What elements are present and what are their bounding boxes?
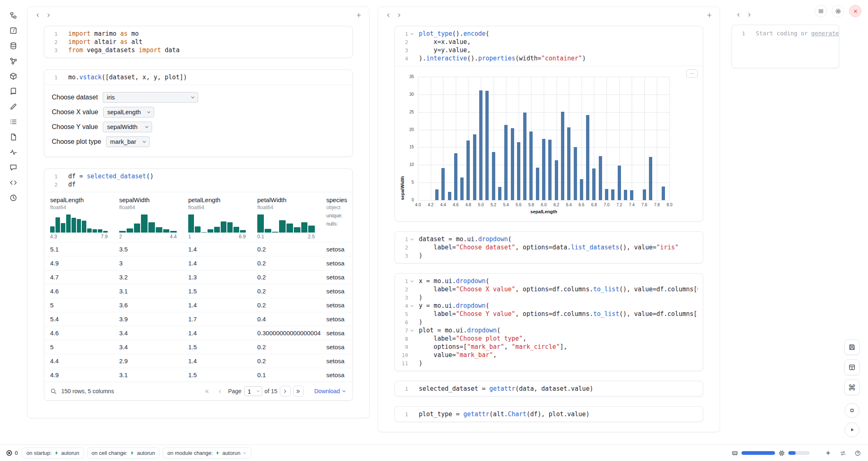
plot-type-dropdown[interactable]: mark_bar [106, 136, 150, 147]
column-name: species [326, 196, 346, 203]
cell-editor[interactable]: 123dataset = mo.ui.dropdown( label="Choo… [395, 232, 703, 263]
collapse-column-button[interactable] [32, 10, 43, 21]
x-tick-label: 6.8 [591, 203, 597, 207]
sidebar-variables-button[interactable]: f [6, 24, 20, 37]
column-max: 2.5 [308, 234, 315, 240]
x-value-dropdown[interactable]: sepalLength [103, 107, 154, 118]
sidebar-packages-button[interactable] [6, 70, 20, 82]
code-line: mo.vstack([dataset, x, y, plot]) [68, 73, 187, 81]
column-min: 2 [119, 234, 122, 240]
last-page-button[interactable] [293, 386, 304, 396]
collapse-column-button[interactable] [383, 10, 394, 21]
sidebar-code-snippets-button[interactable] [6, 176, 20, 189]
sidebar-outline-button[interactable] [6, 115, 20, 128]
line-number-gutter: 1234567891011 [395, 277, 415, 367]
chevron-down-icon [242, 451, 247, 455]
download-button[interactable]: Download [314, 388, 346, 394]
expand-column-button[interactable] [744, 9, 755, 20]
settings-button[interactable] [832, 5, 844, 17]
main: 123import marimo as moimport altair as a… [27, 7, 852, 432]
fold-toggle-icon[interactable] [409, 303, 415, 309]
cell-editor[interactable]: 1mo.vstack([dataset, x, y, plot]) [44, 70, 352, 85]
save-button[interactable] [844, 339, 860, 355]
histogram-bar [156, 227, 162, 233]
fold-toggle-icon[interactable] [409, 328, 415, 333]
first-page-button[interactable] [202, 386, 212, 396]
table-header-row: sepalLengthfloat644.37.9sepalWidthfloat6… [44, 192, 352, 242]
run-mode-button-1[interactable]: on cell change:autorun [87, 447, 160, 459]
fold-toggle-icon[interactable] [409, 279, 415, 284]
cell-editor[interactable]: 123import marimo as moimport altair as a… [44, 26, 352, 58]
ai-assistant-button[interactable] [824, 449, 833, 458]
notebook-menu-button[interactable] [815, 5, 827, 17]
chart-actions-button[interactable] [686, 69, 698, 78]
fold-toggle-icon[interactable] [409, 237, 415, 242]
sidebar-scratchpad-button[interactable] [6, 100, 20, 113]
interrupt-button[interactable] [845, 403, 859, 418]
sidebar-file-explorer-button[interactable] [6, 9, 20, 21]
chart-bar [542, 139, 545, 200]
add-cell-button[interactable] [353, 10, 364, 21]
next-page-button[interactable] [280, 386, 291, 396]
chart-bar [592, 168, 596, 200]
histogram-bar [170, 231, 177, 233]
fold-toggle-icon[interactable] [409, 31, 415, 37]
y-value-dropdown[interactable]: sepalWidth [103, 122, 152, 132]
code-line: label="Choose plot type", [419, 334, 698, 343]
run-mode-button-2[interactable]: on module change:autorun [163, 447, 252, 459]
statusbar: 0 on startup:autorunon cell change:autor… [0, 445, 868, 461]
sidebar-chat-button[interactable] [6, 161, 20, 173]
sidebar-dependencies-button[interactable] [6, 55, 20, 67]
cell-editor[interactable]: 12df = selected_dataset()df [44, 169, 352, 192]
shutdown-button[interactable] [849, 5, 861, 17]
chart-bar [649, 157, 652, 200]
panel-layout-button[interactable] [844, 360, 860, 375]
chart-plot[interactable] [418, 77, 669, 200]
run-all-button[interactable] [845, 422, 859, 437]
table-cell: 5 [44, 298, 113, 312]
cell-editor[interactable]: 1234567891011x = mo.ui.dropdown( label="… [395, 274, 703, 371]
sidebar-documentation-button[interactable] [6, 85, 20, 97]
sidebar-logs-button[interactable] [6, 146, 20, 158]
cell-editor[interactable]: 1234plot_type().encode( x=x.value, y=y.v… [395, 26, 703, 66]
generate-with-ai-link[interactable]: generate [811, 30, 839, 37]
line-number-gutter: 1 [395, 385, 415, 393]
previous-page-button[interactable] [215, 386, 226, 396]
histogram-bar [294, 227, 300, 233]
new-cell-editor[interactable]: 1 Start coding or generate with AI. [732, 25, 839, 68]
chart-bar [504, 125, 508, 200]
menu-icon [818, 8, 824, 14]
run-mode-button-0[interactable]: on startup:autorun [22, 447, 84, 459]
expand-column-button[interactable] [43, 10, 54, 21]
table-cell: 1.4 [182, 326, 252, 340]
line-number: 9 [405, 344, 408, 350]
chart-bar [624, 190, 627, 200]
sidebar-snippets-button[interactable] [6, 131, 20, 143]
chart-bar [643, 189, 646, 200]
collapse-column-button[interactable] [733, 9, 744, 20]
table-cell: 3.5 [113, 242, 182, 256]
altair-chart: 4.04.24.44.64.85.05.25.45.65.86.06.26.46… [395, 66, 703, 221]
page-select[interactable]: 1 [244, 386, 262, 396]
table-cell: 2.9 [113, 354, 182, 368]
cell-editor[interactable]: 1plot_type = getattr(alt.Chart(df), plot… [395, 407, 703, 422]
keyboard-shortcuts-button[interactable]: ⌘ [844, 380, 860, 395]
y-axis-title: sepalWidth [400, 77, 405, 200]
variables-icon: f [9, 27, 17, 35]
cpu-icon [778, 450, 785, 456]
x-tick-label: 7.6 [642, 203, 647, 207]
add-cell-button[interactable] [704, 10, 715, 21]
sidebar-recents-button[interactable] [6, 191, 20, 204]
error-indicator[interactable]: 0 [6, 449, 18, 456]
connection-button[interactable] [838, 449, 847, 458]
sidebar-data-sources-button[interactable] [6, 39, 20, 52]
cell-editor[interactable]: 1selected_dataset = getattr(data, datase… [395, 381, 703, 396]
run-mode-label: on module change: [167, 450, 213, 456]
line-number: 1 [742, 30, 745, 37]
dataset-dropdown[interactable]: iris [103, 92, 198, 103]
table-cell: setosa [321, 340, 352, 354]
search-icon[interactable] [50, 388, 57, 395]
page-of-label: of 15 [265, 388, 277, 394]
expand-column-button[interactable] [394, 10, 404, 21]
help-button[interactable] [853, 449, 862, 458]
